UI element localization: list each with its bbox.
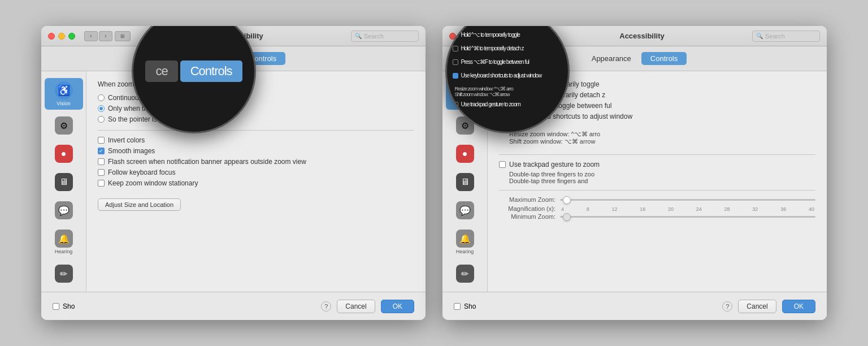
adjust-size-button[interactable]: Adjust Size and Location	[98, 198, 181, 211]
tick-16: 16	[640, 206, 645, 212]
zoom-text-1: Hold ^⌥ to temporarily toggle	[461, 32, 520, 38]
search-placeholder-left: Search	[364, 33, 384, 40]
zoom-check-3	[453, 59, 458, 65]
search-bar-right[interactable]: 🔍 Search	[752, 31, 820, 42]
sidebar-item-5-right[interactable]: 💬	[446, 198, 484, 223]
checkbox-box-3-left[interactable]	[98, 158, 105, 165]
footer-right: Sho ? Cancel OK	[442, 292, 827, 320]
zoom-row-trackpad: Use trackpad gesture to zoom	[453, 101, 563, 107]
ok-button-right[interactable]: OK	[782, 300, 815, 313]
help-button-left[interactable]: ?	[321, 301, 331, 312]
sidebar-item-5-left[interactable]: 💬	[45, 198, 83, 223]
tick-4: 4	[561, 206, 564, 212]
trackpad-checkbox-right[interactable]: Use trackpad gesture to zoom	[499, 161, 815, 168]
tick-20: 20	[668, 206, 674, 212]
search-bar-left[interactable]: 🔍 Search	[351, 31, 419, 42]
checkbox-box-5-left[interactable]	[98, 180, 105, 187]
min-zoom-slider[interactable]	[560, 216, 815, 218]
sidebar-item-vision-left[interactable]: ♿ Vision	[45, 78, 83, 110]
checkbox-label-5-left: Keep zoom window stationary	[108, 179, 198, 187]
zoom-trackpad-text: Use trackpad gesture to zoom	[461, 101, 520, 107]
sidebar-left: ♿ Vision ⚙ ● 🖥 💬 🔔 Hearing	[41, 71, 86, 292]
zoom-text-4: Use keyboard shortcuts to adjust window	[461, 72, 542, 79]
checkbox-item-1-left[interactable]: Invert colors	[98, 136, 414, 144]
zoom-tab-appearance: ce	[145, 60, 177, 82]
sidebar-item-3-right[interactable]: ●	[446, 141, 484, 166]
cancel-button-right[interactable]: Cancel	[738, 300, 776, 313]
trackpad-box-right[interactable]	[499, 161, 506, 168]
tab-controls-right[interactable]: Controls	[641, 52, 687, 65]
zoom-row-1: Hold ^⌥ to temporarily toggle	[453, 32, 563, 38]
radio-circle-2-left[interactable]	[98, 105, 105, 112]
sidebar-item-4-right[interactable]: 🖥	[446, 170, 484, 194]
close-button-left[interactable]	[48, 33, 55, 40]
sidebar-label-hearing-left: Hearing	[55, 249, 73, 254]
sidebar-item-hearing-right[interactable]: 🔔 Hearing	[446, 226, 484, 258]
speech-icon-left: 💬	[58, 205, 70, 216]
divider-1-left	[98, 130, 414, 131]
tick-36: 36	[780, 206, 786, 212]
minimize-button-left[interactable]	[58, 33, 65, 40]
monitor-icon-right: 🖥	[461, 177, 470, 187]
checkbox-label-2-left: Smooth images	[108, 147, 155, 155]
tab-appearance-right[interactable]: Appearance	[583, 52, 640, 65]
hearing-icon-right: 🔔	[459, 233, 471, 244]
double-tap-1: Double-tap three fingers to zoo	[509, 171, 815, 178]
divider-right	[499, 154, 815, 155]
sidebar-item-3-left[interactable]: ●	[45, 141, 83, 166]
hearing-icon-left: 🔔	[58, 233, 70, 244]
scribble-icon-left: ✏	[60, 269, 67, 279]
radio-circle-1-left[interactable]	[98, 94, 105, 101]
speech-icon-right: 💬	[459, 205, 471, 216]
sidebar-item-2-left[interactable]: ⚙	[45, 113, 83, 138]
tick-12: 12	[612, 206, 618, 212]
help-button-right[interactable]: ?	[722, 301, 732, 312]
tick-labels: 4 8 12 16 20 24 28 32 36 40	[560, 206, 815, 212]
checkbox-item-2-left[interactable]: ✓ Smooth images	[98, 147, 414, 155]
sidebar-item-7-left[interactable]: ✏	[45, 261, 83, 286]
zoom-check-4	[453, 73, 458, 79]
search-icon-right: 🔍	[756, 33, 763, 39]
shift-zoom-text: Shift zoom window: ⌥⌘ arrow	[455, 92, 563, 97]
double-tap-2: Double-tap three fingers and	[509, 178, 815, 184]
show-label-right: Sho	[464, 302, 476, 310]
trackpad-label-right: Use trackpad gesture to zoom	[509, 161, 600, 168]
footer-left: Sho ? Cancel OK	[41, 292, 426, 320]
left-window: ce Controls ‹ › ⊞ Accessibility 🔍 Search	[41, 26, 426, 320]
show-checkbox-right[interactable]	[454, 303, 461, 310]
tick-40: 40	[809, 206, 814, 212]
checkbox-box-2-left[interactable]: ✓	[98, 148, 105, 154]
checkbox-box-4-left[interactable]	[98, 169, 105, 176]
search-placeholder-right: Search	[765, 33, 785, 40]
max-zoom-slider[interactable]	[560, 199, 815, 201]
checkbox-item-3-left[interactable]: Flash screen when notification banner ap…	[98, 158, 414, 166]
dot-icon-left: ●	[61, 149, 67, 159]
show-checkbox-left[interactable]	[53, 303, 59, 310]
max-zoom-thumb[interactable]	[563, 196, 571, 204]
scribble-icon-right: ✏	[461, 269, 468, 279]
min-zoom-thumb[interactable]	[563, 213, 571, 221]
grid-button-left[interactable]: ⊞	[115, 31, 131, 41]
tick-32: 32	[752, 206, 758, 212]
checkbox-item-4-left[interactable]: Follow keyboard focus	[98, 168, 414, 176]
sidebar-item-4-left[interactable]: 🖥	[45, 170, 83, 194]
cancel-button-left[interactable]: Cancel	[337, 300, 375, 313]
sidebar-item-7-right[interactable]: ✏	[446, 261, 484, 286]
maximize-button-left[interactable]	[68, 33, 75, 40]
sidebar-item-hearing-left[interactable]: 🔔 Hearing	[45, 226, 83, 258]
min-zoom-label: Minimum Zoom:	[499, 213, 555, 220]
radio-item-3-left[interactable]: So the pointer is at or near	[98, 115, 414, 123]
radio-circle-3-left[interactable]	[98, 116, 105, 123]
zoom-row-4: Use keyboard shortcuts to adjust window	[453, 72, 563, 79]
sidebar-label-vision-left: Vision	[57, 101, 70, 106]
resize-zoom-label: Resize zoom window: ^⌥⌘ arro	[509, 131, 815, 138]
checkbox-item-5-left[interactable]: Keep zoom window stationary	[98, 179, 414, 187]
search-icon-left: 🔍	[355, 33, 362, 39]
checkbox-box-1-left[interactable]	[98, 137, 105, 144]
ok-button-left[interactable]: OK	[381, 300, 414, 313]
dot-icon-right: ●	[462, 149, 468, 159]
show-label-left: Sho	[63, 302, 75, 310]
accessibility-icon-left: ♿	[58, 84, 70, 97]
back-button-left[interactable]: ‹	[84, 31, 98, 41]
forward-button-left[interactable]: ›	[99, 31, 112, 41]
